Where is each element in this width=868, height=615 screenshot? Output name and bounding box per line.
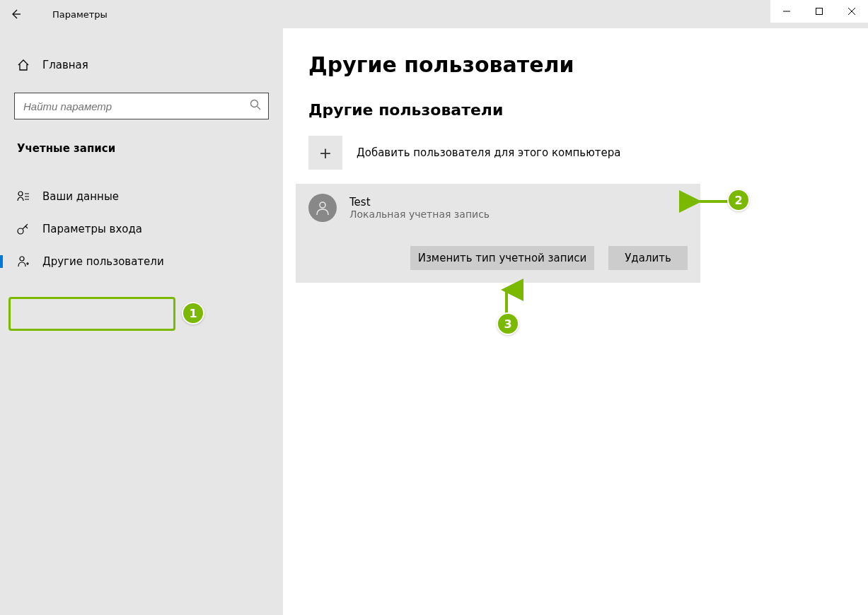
sidebar-item-label: Ваши данные	[42, 190, 119, 203]
add-user-label: Добавить пользователя для этого компьюте…	[357, 146, 620, 159]
home-icon	[17, 59, 30, 71]
svg-point-4	[20, 257, 24, 261]
sidebar-item-label: Параметры входа	[42, 223, 142, 235]
person-icon	[315, 200, 330, 216]
user-card[interactable]: Test Локальная учетная запись Изменить т…	[296, 184, 700, 283]
home-label: Главная	[42, 59, 88, 71]
search-icon	[250, 99, 261, 113]
close-icon	[848, 8, 855, 15]
arrow-left-icon	[10, 8, 21, 20]
sidebar: Главная Учетные записи	[0, 28, 283, 615]
window-controls	[770, 0, 868, 23]
svg-point-5	[320, 202, 325, 208]
window-title: Параметры	[31, 9, 108, 20]
delete-user-button[interactable]: Удалить	[608, 246, 688, 270]
annotation-arrow-3	[500, 284, 513, 315]
plus-icon: +	[308, 136, 342, 170]
sidebar-section-title: Учетные записи	[0, 136, 283, 160]
sidebar-item-your-info[interactable]: Ваши данные	[0, 180, 283, 213]
sidebar-item-sign-in-options[interactable]: Параметры входа	[0, 213, 283, 245]
maximize-icon	[816, 8, 823, 15]
minimize-icon	[783, 8, 790, 15]
user-type: Локальная учетная запись	[349, 209, 490, 220]
change-account-type-button[interactable]: Изменить тип учетной записи	[410, 246, 594, 270]
annotation-badge-1: 1	[182, 302, 204, 324]
avatar	[308, 194, 337, 222]
minimize-button[interactable]	[770, 0, 803, 23]
svg-point-1	[251, 100, 258, 107]
svg-point-2	[18, 192, 23, 196]
content-pane: Другие пользователи Другие пользователи …	[283, 28, 868, 615]
search-input[interactable]	[22, 100, 250, 113]
your-info-icon	[17, 190, 30, 203]
add-user-row[interactable]: + Добавить пользователя для этого компью…	[308, 136, 868, 170]
annotation-badge-3: 3	[497, 312, 519, 335]
close-button[interactable]	[835, 0, 868, 23]
page-title: Другие пользователи	[308, 52, 868, 77]
svg-rect-0	[816, 8, 823, 15]
section-title: Другие пользователи	[308, 101, 868, 119]
back-button[interactable]	[0, 0, 31, 28]
search-field[interactable]	[14, 93, 269, 119]
add-user-icon	[17, 255, 30, 268]
annotation-badge-2: 2	[727, 189, 750, 211]
home-link[interactable]: Главная	[0, 53, 283, 77]
sidebar-item-label: Другие пользователи	[42, 255, 164, 268]
sidebar-item-other-users[interactable]: Другие пользователи	[0, 245, 283, 278]
user-name: Test	[349, 196, 490, 209]
maximize-button[interactable]	[803, 0, 835, 23]
svg-point-3	[18, 228, 23, 234]
annotation-highlight-1	[8, 297, 175, 331]
key-icon	[17, 223, 30, 235]
